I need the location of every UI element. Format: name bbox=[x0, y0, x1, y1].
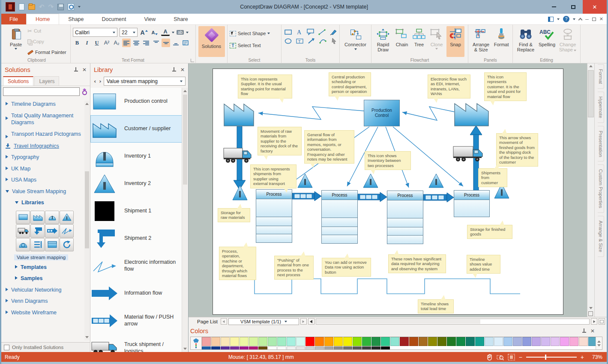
color-swatch[interactable] bbox=[315, 337, 324, 346]
solutions-search-input[interactable] bbox=[3, 87, 80, 96]
color-swatch[interactable] bbox=[409, 337, 418, 346]
arrange-size-button[interactable]: Arrange & Size bbox=[470, 26, 491, 57]
color-swatch[interactable] bbox=[334, 346, 343, 349]
color-swatch[interactable] bbox=[324, 346, 333, 349]
tab-hypernote[interactable]: Hypernote bbox=[598, 92, 604, 123]
grid-electronic-flow-icon[interactable] bbox=[60, 224, 74, 238]
grid-shipment-arrow-icon[interactable] bbox=[30, 224, 45, 238]
panels-toggle-icon[interactable] bbox=[548, 17, 554, 22]
color-swatch[interactable] bbox=[560, 337, 569, 346]
sticky-note[interactable]: Electronic flow such as EDI, Internet, i… bbox=[428, 75, 470, 98]
grid-rotate-arrow-icon[interactable] bbox=[60, 238, 74, 251]
collapse-ribbon-icon[interactable] bbox=[578, 18, 583, 22]
color-swatch[interactable] bbox=[211, 346, 220, 349]
color-swatch[interactable] bbox=[315, 346, 324, 349]
shrink-font-button[interactable]: A bbox=[150, 28, 159, 37]
sticky-note[interactable]: Shipments from customer bbox=[478, 168, 507, 187]
tab-document[interactable]: Document bbox=[93, 14, 135, 24]
color-swatch[interactable] bbox=[202, 346, 211, 349]
library-item-information-flow[interactable]: Information flow bbox=[90, 280, 188, 307]
color-swatch[interactable] bbox=[569, 337, 578, 346]
color-swatch[interactable] bbox=[588, 337, 596, 346]
library-item-inventory-2[interactable]: Inventory 2 bbox=[90, 170, 188, 197]
tab-custom-properties[interactable]: Custom Properties bbox=[598, 164, 604, 213]
minimize-button[interactable] bbox=[544, 0, 563, 14]
color-swatch[interactable] bbox=[343, 346, 352, 349]
doc-close-icon[interactable]: ✕ bbox=[599, 16, 603, 22]
library-pin-icon[interactable] bbox=[172, 67, 176, 72]
color-swatch[interactable] bbox=[258, 337, 267, 346]
production-control-box[interactable]: Production Control bbox=[364, 100, 400, 126]
pan-hand-icon[interactable] bbox=[486, 354, 493, 361]
library-scrollbar[interactable] bbox=[182, 88, 188, 352]
color-swatch[interactable] bbox=[475, 337, 484, 346]
color-swatch[interactable] bbox=[466, 337, 475, 346]
color-swatch[interactable] bbox=[362, 346, 371, 349]
sticky-note[interactable]: This icon represents Supplier. It is the… bbox=[238, 75, 292, 98]
color-swatch[interactable] bbox=[296, 346, 305, 349]
tree-scrollbar[interactable] bbox=[84, 101, 90, 340]
sticky-note[interactable]: Storage for finished goods bbox=[467, 225, 512, 239]
inventory-triangle-3[interactable] bbox=[362, 173, 379, 188]
grid-truck-icon[interactable] bbox=[16, 224, 30, 238]
paste-button[interactable]: Paste bbox=[5, 26, 27, 57]
pen-tool-icon[interactable] bbox=[330, 29, 338, 35]
text-tool-icon[interactable]: A bbox=[296, 29, 303, 35]
color-swatch[interactable] bbox=[258, 346, 267, 349]
grid-window-shape-icon[interactable] bbox=[45, 238, 59, 251]
inventory-triangle-4[interactable] bbox=[428, 173, 444, 188]
maximize-button[interactable] bbox=[563, 0, 583, 14]
process-box-1[interactable]: Process bbox=[256, 189, 292, 243]
sticky-note[interactable]: This icon represents customer. It is the… bbox=[484, 72, 527, 101]
truck-left[interactable] bbox=[223, 147, 253, 165]
tree-button[interactable]: Tree bbox=[411, 26, 427, 57]
copy-button[interactable]: Copy bbox=[27, 38, 66, 45]
scrollbar-corner-icon[interactable] bbox=[588, 311, 593, 316]
format-painter-button[interactable]: Format Painter bbox=[27, 48, 66, 56]
valign-top-button[interactable] bbox=[152, 39, 160, 47]
line-tool-icon[interactable] bbox=[318, 29, 326, 35]
color-swatch[interactable] bbox=[287, 337, 296, 346]
process-box-4[interactable]: Process bbox=[454, 190, 490, 217]
tab-home[interactable]: Home bbox=[26, 14, 59, 24]
color-swatch[interactable] bbox=[551, 337, 560, 346]
color-swatch[interactable] bbox=[343, 337, 352, 346]
library-item-electronic-flow[interactable]: Electronic information flow bbox=[90, 252, 188, 280]
sidebar-item-usa-maps[interactable]: USA Maps bbox=[1, 176, 84, 184]
color-mode-icon[interactable] bbox=[195, 343, 197, 348]
color-swatch[interactable] bbox=[324, 337, 333, 346]
next-page-button[interactable] bbox=[300, 318, 307, 325]
zoom-region-icon[interactable] bbox=[497, 354, 504, 361]
sticky-note[interactable]: This icon shows Inventory between two pr… bbox=[365, 151, 411, 170]
font-size-select[interactable]: 22 bbox=[120, 28, 138, 37]
sidebar-item-libraries[interactable]: Libraries bbox=[1, 199, 84, 206]
arrow-tool-icon[interactable] bbox=[308, 38, 315, 44]
tab-arrange-size[interactable]: Arrange & Size bbox=[598, 216, 604, 257]
color-swatch[interactable] bbox=[381, 337, 390, 346]
doc-restore-icon[interactable] bbox=[592, 18, 596, 21]
search-icon[interactable] bbox=[81, 88, 88, 95]
push-arrow-2[interactable] bbox=[358, 192, 387, 202]
color-swatch[interactable] bbox=[494, 337, 503, 346]
connector-button[interactable]: Connector bbox=[342, 26, 369, 57]
process-box-2[interactable]: Process bbox=[321, 190, 358, 244]
color-swatch[interactable] bbox=[400, 337, 409, 346]
solutions-button[interactable]: Solutions bbox=[198, 26, 225, 57]
font-color-dropdown-icon[interactable] bbox=[172, 32, 174, 33]
sticky-note[interactable]: Storage for raw materials bbox=[218, 208, 250, 222]
sidebar-item-travel-infographics[interactable]: Travel Infographics bbox=[1, 143, 84, 150]
canvas-horizontal-scrollbar[interactable] bbox=[316, 319, 590, 325]
cut-button[interactable]: ✂Cut bbox=[27, 27, 66, 35]
library-prev-icon[interactable]: ‹ bbox=[93, 78, 97, 84]
color-swatch[interactable] bbox=[334, 337, 343, 346]
customer-factory-shape[interactable] bbox=[454, 97, 489, 126]
align-right-button[interactable] bbox=[142, 39, 150, 47]
sidebar-item-uk-map[interactable]: UK Map bbox=[1, 165, 84, 173]
change-shape-button[interactable]: Change Shape bbox=[557, 26, 578, 57]
find-replace-button[interactable]: Find & Replace bbox=[515, 26, 536, 57]
page-options-button[interactable] bbox=[599, 318, 605, 325]
truck-right[interactable] bbox=[453, 145, 485, 164]
grid-inventory-dome-icon[interactable] bbox=[45, 211, 59, 224]
align-left-button[interactable] bbox=[122, 39, 131, 47]
color-swatch[interactable] bbox=[541, 337, 550, 346]
